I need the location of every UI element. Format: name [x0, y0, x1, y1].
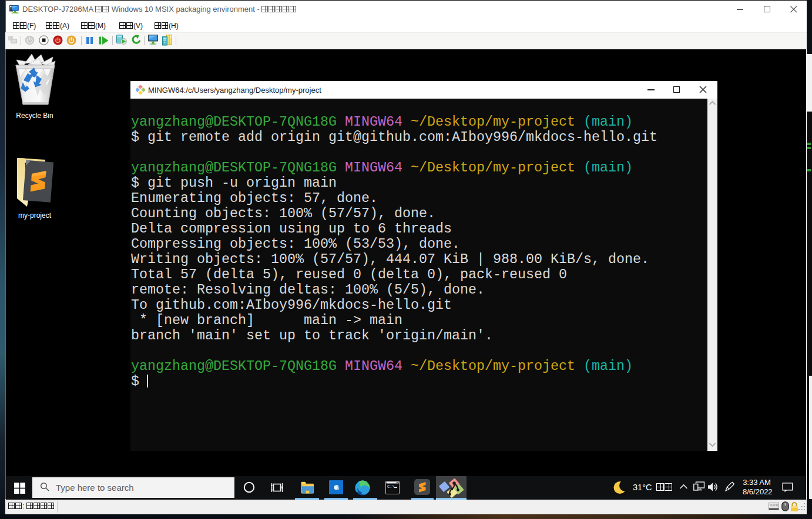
svg-text:C:\: C:\	[387, 484, 395, 489]
